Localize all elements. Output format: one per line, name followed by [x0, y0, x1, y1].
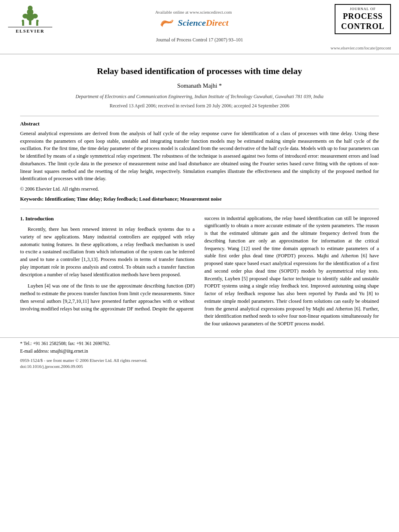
elsevier-logo: ELSEVIER: [8, 4, 52, 34]
svg-point-5: [32, 14, 38, 18]
right-column: success in industrial applications, the …: [204, 215, 379, 332]
svg-point-10: [36, 20, 39, 22]
sd-bird-icon: [158, 17, 175, 29]
issn-line1: 0959-1524/$ - see front matter © 2006 El…: [20, 357, 379, 364]
left-para-2: Luyben [4] was one of the firsts to use …: [20, 282, 195, 312]
elsevier-tree-icon: [18, 4, 42, 26]
abstract-text: General analytical expressions are deriv…: [20, 130, 379, 183]
footnote-tel: * Tel.: +91 361 2582508; fax: +91 361 26…: [20, 340, 379, 347]
copyright-line: © 2006 Elsevier Ltd. All rights reserved…: [20, 186, 379, 193]
right-para-1: success in industrial applications, the …: [204, 215, 379, 328]
svg-point-3: [28, 6, 33, 10]
svg-point-4: [23, 14, 28, 18]
process-label: PROCESS: [339, 12, 387, 21]
divider-body: [20, 209, 379, 209]
left-para-1: Recently, there has been renewed interes…: [20, 226, 195, 278]
keywords-label: Keywords:: [20, 196, 43, 202]
sciencedirect-text: ScienceDirect: [178, 17, 228, 29]
section-1-heading: 1. Introduction: [20, 215, 195, 223]
svg-rect-7: [22, 22, 24, 26]
issn-area: 0959-1524/$ - see front matter © 2006 El…: [0, 357, 399, 370]
elsevier-label: ELSEVIER: [8, 27, 52, 34]
abstract-section: Abstract General analytical expressions …: [20, 120, 379, 203]
issn-line2: doi:10.1016/j.jprocont.2006.09.005: [20, 364, 379, 370]
abstract-label: Abstract: [20, 120, 379, 127]
footnote-email: E-mail address: smajhi@iitg.ernet.in: [20, 348, 379, 354]
received-dates: Received 13 April 2006; received in revi…: [20, 103, 379, 109]
affiliation: Department of Electronics and Communicat…: [20, 93, 379, 100]
available-online-text: Available online at www.sciencedirect.co…: [155, 9, 232, 15]
control-label: CONTROL: [339, 21, 387, 32]
left-column: 1. Introduction Recently, there has been…: [20, 215, 195, 332]
header: ELSEVIER Available online at www.science…: [0, 0, 399, 54]
svg-rect-9: [36, 22, 38, 26]
keywords-line: Keywords: Identification; Time delay; Re…: [20, 196, 379, 203]
journal-title-line: Journal of Process Control 17 (2007) 93–…: [8, 37, 391, 43]
author-name: Somanath Majhi *: [20, 82, 379, 90]
sciencedirect-logo: Available online at www.sciencedirect.co…: [52, 9, 335, 29]
divider-top: [20, 116, 379, 116]
article-title: Relay based identification of processes …: [20, 66, 379, 77]
website-text: www.elsevier.com/locate/jprocont: [8, 45, 391, 51]
page: ELSEVIER Available online at www.science…: [0, 0, 399, 532]
body-two-col: 1. Introduction Recently, there has been…: [20, 215, 379, 332]
article-content: Relay based identification of processes …: [0, 66, 399, 332]
keywords-text: Identification; Time delay; Relay feedba…: [45, 196, 222, 202]
svg-point-8: [22, 20, 24, 22]
journal-of-label: JOURNAL OF: [339, 6, 387, 12]
footnote-area: * Tel.: +91 361 2582508; fax: +91 361 26…: [0, 337, 399, 354]
journal-logo: JOURNAL OF PROCESS CONTROL: [335, 4, 391, 34]
